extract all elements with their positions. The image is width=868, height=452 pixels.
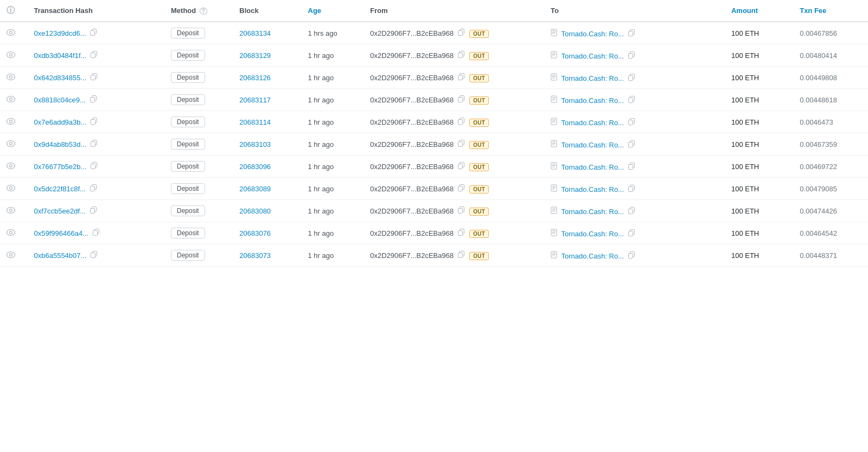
row-from-cell: 0x2D2906F7...B2cEBa968 OUT bbox=[363, 22, 544, 44]
copy-hash-icon[interactable] bbox=[90, 96, 97, 104]
eye-icon[interactable] bbox=[7, 73, 15, 82]
method-button[interactable]: Deposit bbox=[171, 183, 205, 194]
copy-from-icon[interactable] bbox=[458, 185, 466, 193]
svg-rect-23 bbox=[628, 53, 633, 58]
eye-icon[interactable] bbox=[7, 51, 15, 60]
block-link[interactable]: 20683117 bbox=[239, 96, 271, 104]
eye-icon[interactable] bbox=[7, 206, 15, 215]
tx-hash-link[interactable]: 0xf7ccb5ee2df... bbox=[34, 207, 86, 215]
copy-hash-icon[interactable] bbox=[91, 119, 97, 126]
txfee-value: 0.00448618 bbox=[800, 96, 837, 104]
to-address-link[interactable]: Tornado.Cash: Ro... bbox=[561, 163, 624, 171]
copy-to-icon[interactable] bbox=[628, 75, 635, 82]
copy-hash-icon[interactable] bbox=[90, 185, 97, 193]
row-to-cell: Tornado.Cash: Ro... bbox=[544, 44, 725, 67]
to-address-link[interactable]: Tornado.Cash: Ro... bbox=[561, 52, 624, 60]
copy-to-icon[interactable] bbox=[628, 97, 635, 105]
copy-to-icon[interactable] bbox=[628, 119, 635, 127]
copy-hash-icon[interactable] bbox=[91, 163, 97, 171]
row-amount-cell: 100 ETH bbox=[725, 111, 793, 133]
copy-from-icon[interactable] bbox=[458, 230, 466, 237]
copy-from-icon[interactable] bbox=[458, 163, 466, 171]
tx-hash-link[interactable]: 0x7e6add9a3b... bbox=[34, 118, 87, 126]
copy-from-icon[interactable] bbox=[458, 208, 466, 215]
method-button[interactable]: Deposit bbox=[171, 139, 205, 150]
row-from-cell: 0x2D2906F7...B2cEBa968 OUT bbox=[363, 200, 544, 222]
copy-hash-icon[interactable] bbox=[93, 230, 99, 237]
method-button[interactable]: Deposit bbox=[171, 161, 205, 172]
to-address-link[interactable]: Tornado.Cash: Ro... bbox=[561, 96, 624, 105]
to-address-link[interactable]: Tornado.Cash: Ro... bbox=[561, 208, 624, 216]
copy-hash-icon[interactable] bbox=[90, 208, 97, 215]
tx-hash-link[interactable]: 0xdb3d0484f1f... bbox=[34, 51, 87, 60]
tx-hash-link[interactable]: 0x9d4ab8b53d... bbox=[34, 140, 87, 148]
method-button[interactable]: Deposit bbox=[171, 228, 205, 238]
copy-hash-icon[interactable] bbox=[90, 30, 97, 37]
copy-from-icon[interactable] bbox=[458, 141, 466, 148]
to-address-link[interactable]: Tornado.Cash: Ro... bbox=[561, 30, 624, 38]
tx-hash-link[interactable]: 0xb6a5554b07... bbox=[34, 251, 87, 260]
eye-icon[interactable] bbox=[7, 140, 15, 148]
method-button[interactable]: Deposit bbox=[171, 250, 205, 261]
copy-to-icon[interactable] bbox=[628, 208, 635, 216]
block-link[interactable]: 20683089 bbox=[239, 185, 271, 193]
copy-to-icon[interactable] bbox=[628, 141, 635, 149]
to-address-link[interactable]: Tornado.Cash: Ro... bbox=[561, 185, 624, 193]
copy-from-icon[interactable] bbox=[458, 252, 466, 260]
method-button[interactable]: Deposit bbox=[171, 72, 205, 83]
copy-to-icon[interactable] bbox=[628, 230, 635, 238]
method-button[interactable]: Deposit bbox=[171, 205, 205, 216]
amount-value: 100 ETH bbox=[731, 96, 759, 104]
eye-icon[interactable] bbox=[7, 118, 15, 126]
copy-to-icon[interactable] bbox=[628, 53, 635, 60]
block-link[interactable]: 20683126 bbox=[239, 74, 271, 82]
eye-icon[interactable] bbox=[7, 162, 15, 171]
tx-hash-link[interactable]: 0xe123d9dcd6... bbox=[34, 29, 86, 37]
copy-from-icon[interactable] bbox=[458, 74, 466, 82]
copy-from-icon[interactable] bbox=[458, 30, 466, 37]
row-age-cell: 1 hr ago bbox=[302, 67, 364, 89]
to-address-link[interactable]: Tornado.Cash: Ro... bbox=[561, 230, 624, 238]
block-link[interactable]: 20683134 bbox=[239, 29, 271, 37]
tx-hash-link[interactable]: 0x59f996466a4... bbox=[34, 229, 88, 237]
eye-icon[interactable] bbox=[7, 184, 15, 193]
block-link[interactable]: 20683073 bbox=[239, 251, 271, 260]
copy-hash-icon[interactable] bbox=[91, 252, 97, 260]
block-link[interactable]: 20683103 bbox=[239, 140, 271, 148]
copy-hash-icon[interactable] bbox=[91, 52, 97, 60]
method-help-icon[interactable]: ? bbox=[200, 8, 207, 15]
tx-hash-link[interactable]: 0x76677b5e2b... bbox=[34, 163, 87, 171]
copy-from-icon[interactable] bbox=[458, 96, 466, 104]
txfee-value: 0.00448371 bbox=[800, 251, 837, 260]
block-link[interactable]: 20683114 bbox=[239, 118, 271, 126]
copy-to-icon[interactable] bbox=[628, 253, 635, 260]
to-address-link[interactable]: Tornado.Cash: Ro... bbox=[561, 119, 624, 127]
block-link[interactable]: 20683129 bbox=[239, 51, 271, 60]
method-button[interactable]: Deposit bbox=[171, 94, 205, 105]
copy-from-icon[interactable] bbox=[458, 119, 466, 126]
copy-hash-icon[interactable] bbox=[91, 141, 97, 148]
row-amount-cell: 100 ETH bbox=[725, 133, 793, 156]
to-address-link[interactable]: Tornado.Cash: Ro... bbox=[561, 141, 624, 149]
tx-hash-link[interactable]: 0x5dc22f81c8f... bbox=[34, 185, 86, 193]
amount-value: 100 ETH bbox=[731, 29, 759, 37]
method-button[interactable]: Deposit bbox=[171, 28, 205, 38]
copy-from-icon[interactable] bbox=[458, 52, 466, 60]
eye-icon[interactable] bbox=[7, 29, 15, 37]
block-link[interactable]: 20683080 bbox=[239, 207, 271, 215]
to-address-link[interactable]: Tornado.Cash: Ro... bbox=[561, 252, 624, 260]
block-link[interactable]: 20683096 bbox=[239, 163, 271, 171]
copy-to-icon[interactable] bbox=[628, 164, 635, 171]
eye-icon[interactable] bbox=[7, 251, 15, 260]
copy-to-icon[interactable] bbox=[628, 30, 635, 38]
method-button[interactable]: Deposit bbox=[171, 117, 205, 127]
copy-to-icon[interactable] bbox=[628, 186, 635, 193]
to-address-link[interactable]: Tornado.Cash: Ro... bbox=[561, 74, 624, 82]
tx-hash-link[interactable]: 0x642d834855... bbox=[34, 74, 87, 82]
eye-icon[interactable] bbox=[7, 95, 15, 104]
eye-icon[interactable] bbox=[7, 229, 15, 237]
copy-hash-icon[interactable] bbox=[91, 74, 97, 82]
method-button[interactable]: Deposit bbox=[171, 50, 205, 61]
block-link[interactable]: 20683076 bbox=[239, 229, 271, 237]
tx-hash-link[interactable]: 0x8818c04ce9... bbox=[34, 96, 86, 104]
